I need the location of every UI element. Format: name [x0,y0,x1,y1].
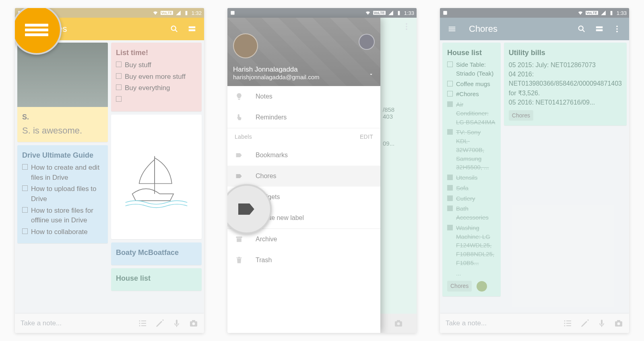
checklist-item [116,95,197,105]
collaborator-avatar[interactable] [477,281,487,292]
checklist-item: How to create and edit files in Drive [22,163,103,183]
label-bookmarks[interactable]: Bookmarks [227,145,380,166]
svg-rect-10 [141,325,146,326]
svg-rect-23 [397,320,400,322]
appbar-title: Notes [44,24,165,34]
overflow-button[interactable] [608,20,626,38]
note-list-time[interactable]: List time! Buy stuff Buy even more stuff… [111,43,202,111]
note-body: S. is awesome. [22,125,103,137]
menu-icon [448,25,456,33]
nav-trash[interactable]: Trash [227,250,380,271]
label-icon [235,172,244,181]
svg-point-32 [564,320,566,322]
svg-rect-38 [601,320,603,325]
view-toggle-button[interactable] [590,20,608,38]
new-list-icon[interactable] [138,318,148,328]
nav-item-label: Bookmarks [256,152,288,159]
checklist-item: Buy everything [116,83,197,93]
view-toggle-button[interactable] [183,20,201,38]
status-time: 1:33 [617,10,627,16]
svg-rect-4 [189,29,196,31]
signal-icon [388,10,394,16]
new-drawing-icon[interactable] [155,318,165,328]
note-drive-guide[interactable]: Drive Ultimate Guide How to create and e… [17,145,108,244]
menu-button[interactable] [443,20,461,38]
nav-item-label: Notes [256,93,272,100]
volte-badge: VoLTE [586,11,598,15]
label-chip[interactable]: Chores [509,110,533,121]
status-bar: VoLTE 1:33 [440,8,629,18]
new-photo-icon[interactable] [189,318,198,328]
checklist-item-done: Washing Machine: LG F124WDL25, F10B8NDL2… [447,224,496,267]
search-button[interactable] [573,20,590,38]
status-bar: VoLTE 1:33 [227,8,417,18]
battery-icon [609,10,614,16]
svg-rect-15 [231,11,234,14]
note-drawing-ship[interactable] [111,115,202,239]
nav-reminders[interactable]: Reminders [227,107,380,128]
new-audio-icon[interactable] [597,318,607,328]
bottom-bar: Take a note... [440,314,629,333]
label-chip[interactable]: Chores [447,281,472,291]
svg-point-40 [617,323,620,325]
wifi-icon [578,10,583,16]
note-house-list[interactable]: House list Side Table: Striado (Teak) Co… [442,43,501,296]
svg-point-7 [139,323,140,324]
wifi-icon [153,10,158,16]
svg-rect-20 [236,236,242,238]
app-bar: Chores [440,18,629,40]
checklist-item: Coffee mugs [447,80,496,88]
account-name: Harish Jonnalagadda [233,66,375,74]
new-list-icon[interactable] [563,318,573,328]
screenshot-2-drawer-open: VoLTE 1:33 /858 403 09... Harish Jonnala… [227,8,417,333]
chevron-down-icon[interactable] [368,72,374,77]
finger-tap-icon [235,113,244,122]
labels-section-header: Labels EDIT [227,128,380,145]
note-title: Utility bills [509,47,622,58]
avatar-primary[interactable] [233,33,258,58]
checklist-item: #Chores [447,90,496,99]
overflow-button-behind [402,18,411,37]
label-chores[interactable]: Chores [227,166,380,187]
svg-rect-27 [596,27,603,29]
nav-item-label: Trash [256,257,272,264]
svg-point-18 [406,26,407,27]
labels-edit-button[interactable]: EDIT [360,134,373,140]
new-photo-icon[interactable] [614,318,623,328]
search-icon [170,25,179,33]
screenshot-indicator-icon [230,10,235,16]
label-icon [235,151,244,160]
screenshot-indicator-icon [442,10,448,16]
svg-point-36 [564,325,566,327]
checklist-item-done: Bath Accessories [447,204,496,222]
avatar-secondary[interactable] [359,34,375,50]
svg-point-13 [192,323,195,325]
nav-item-label: Reminders [256,114,287,121]
search-icon [577,25,586,33]
take-note-input[interactable]: Take a note... [446,319,556,327]
drawer-account-header[interactable]: Harish Jonnalagadda harishjonnalagadda@g… [227,18,380,86]
svg-rect-25 [610,11,612,15]
note-house-list[interactable]: House list [111,268,202,291]
nav-item-label: Chores [256,173,277,180]
note-title: House list [116,273,197,283]
note-boaty[interactable]: Boaty McBoatface [111,242,202,265]
checklist-item: How to store files for offline use in Dr… [22,206,103,226]
new-drawing-icon[interactable] [580,318,590,328]
svg-rect-33 [566,320,571,321]
note-title: Boaty McBoatface [116,247,197,258]
nav-notes[interactable]: Notes [227,86,380,107]
take-note-input[interactable]: Take a note... [21,319,131,327]
new-audio-icon[interactable] [172,318,182,328]
note-title: House list [447,47,496,58]
hamburger-icon [25,22,48,38]
bottom-bar: Take a note... [15,314,204,333]
note-utility-bills[interactable]: Utility bills 05 2015: July: NET01286707… [504,43,627,125]
note-title: Drive Ultimate Guide [22,150,103,160]
note-image-s[interactable]: S. S. is awesome. [17,43,108,142]
checklist-item-done: TV: Sony KDL-32W700B, Samsung 32H5500, .… [447,128,496,172]
svg-rect-28 [596,29,603,31]
note-title: S. [22,112,103,122]
svg-rect-8 [141,323,146,324]
search-button[interactable] [165,20,183,38]
